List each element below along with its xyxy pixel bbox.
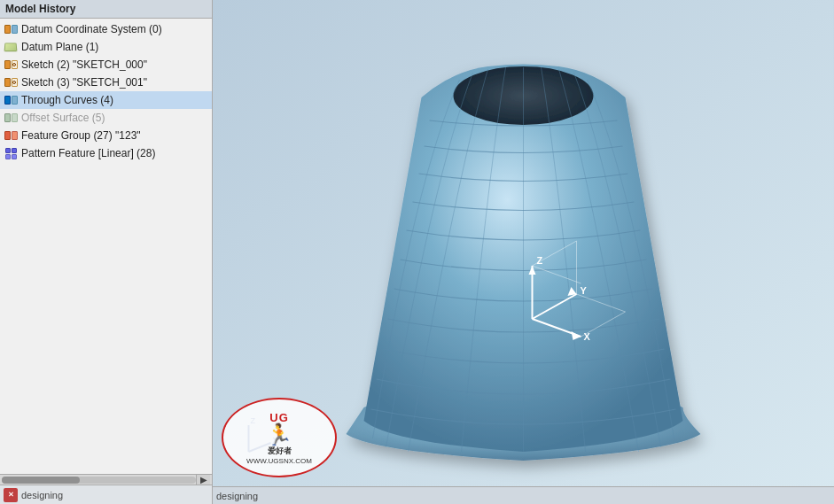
- tree-item-sketch-3[interactable]: Sketch (3) "SKETCH_001": [0, 74, 212, 91]
- tree-item-label-through-curves: Through Curves (4): [21, 94, 113, 106]
- tree-item-datum-coord[interactable]: Datum Coordinate System (0): [0, 20, 212, 38]
- panel-bottom: ✕ designing: [0, 485, 212, 504]
- watermark: UG 🏃 爱好者 WWW.UGSNX.COM: [222, 398, 337, 477]
- through-curves-icon: [4, 93, 18, 107]
- svg-text:Y: Y: [581, 285, 588, 296]
- tree-item-label-offset-surface: Offset Surface (5): [21, 112, 105, 124]
- tree-item-label-datum-coord: Datum Coordinate System (0): [21, 23, 162, 35]
- scrollbar-track[interactable]: [2, 477, 196, 484]
- tree-item-offset-surface[interactable]: Offset Surface (5): [0, 109, 212, 127]
- tree-item-label-sketch-2: Sketch (2) "SKETCH_000": [21, 58, 147, 71]
- sketch-2-icon: [4, 58, 18, 72]
- sketch-3-icon: [4, 75, 18, 89]
- tree-item-feature-group[interactable]: Feature Group (27) "123": [0, 127, 212, 144]
- bottom-x-icon: ✕: [4, 488, 18, 502]
- pattern-feature-icon: [4, 146, 18, 160]
- status-label: designing: [216, 491, 258, 501]
- watermark-url: WWW.UGSNX.COM: [246, 457, 312, 465]
- offset-surface-icon: [4, 111, 18, 125]
- feature-group-icon: [4, 128, 18, 143]
- tree-item-datum-plane[interactable]: Datum Plane (1): [0, 38, 212, 56]
- scrollbar-thumb[interactable]: [2, 477, 80, 484]
- main-viewport[interactable]: Z Y X Z X UG 🏃 爱好者 W: [213, 0, 834, 504]
- watermark-figure: 🏃: [266, 424, 292, 446]
- watermark-middle: 爱好者: [268, 446, 292, 457]
- panel-scrollbar[interactable]: ▶: [0, 474, 212, 485]
- tree-item-label-sketch-3: Sketch (3) "SKETCH_001": [21, 76, 147, 89]
- coordinate-icon: [4, 22, 18, 36]
- tree-item-label-pattern-feature: Pattern Feature [Linear] (28): [21, 147, 155, 159]
- tree-item-sketch-2[interactable]: Sketch (2) "SKETCH_000": [0, 56, 212, 74]
- tree-area: Datum Coordinate System (0) Datum Plane …: [0, 19, 212, 474]
- panel-header: Model History: [0, 0, 212, 19]
- tree-item-label-datum-plane: Datum Plane (1): [21, 41, 98, 53]
- status-bar: designing: [213, 486, 834, 504]
- panel-bottom-label: designing: [21, 490, 63, 500]
- panel-expand-button[interactable]: ▶: [196, 475, 210, 485]
- tree-item-pattern-feature[interactable]: Pattern Feature [Linear] (28): [0, 144, 212, 162]
- tree-item-through-curves[interactable]: Through Curves (4): [0, 91, 212, 109]
- model-history-panel: Model History Datum Coordinate System (0…: [0, 0, 213, 504]
- tree-item-label-feature-group: Feature Group (27) "123": [21, 129, 141, 142]
- plane-icon: [4, 40, 18, 54]
